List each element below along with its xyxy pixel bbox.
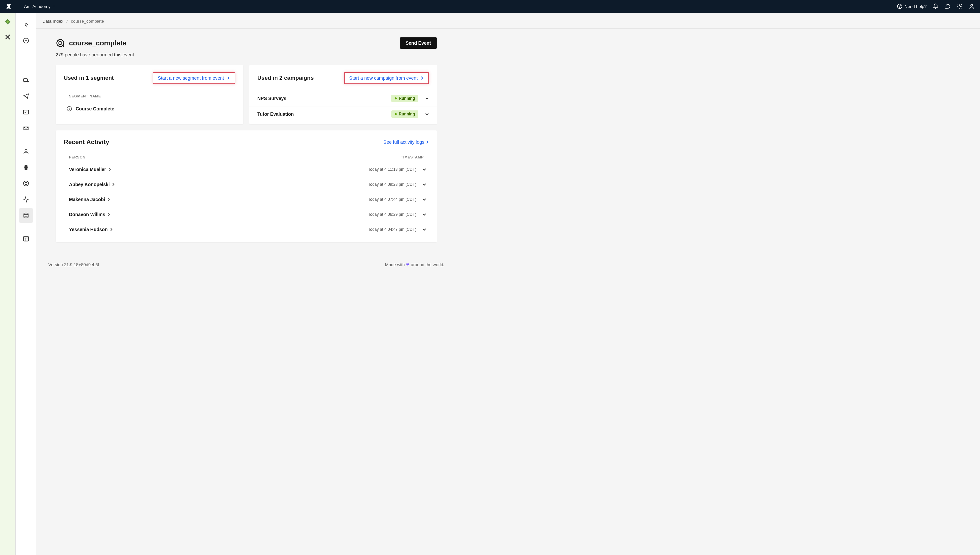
nav-dashboard-icon[interactable] (19, 34, 34, 48)
breadcrumb: Data Index / course_complete (36, 13, 980, 29)
svg-point-4 (23, 38, 28, 43)
svg-point-6 (27, 81, 28, 82)
timestamp: Today at 4:06:29 pm (CDT) (368, 212, 416, 217)
new-campaign-cta[interactable]: Start a new campaign from event (344, 72, 429, 84)
activity-heading: Recent Activity (64, 138, 109, 146)
breadcrumb-sep: / (67, 19, 68, 24)
chevron-down-icon[interactable] (422, 167, 426, 172)
product-other-icon[interactable] (4, 34, 11, 41)
new-segment-cta[interactable]: Start a new segment from event (153, 72, 235, 84)
help-circle-icon (897, 3, 903, 9)
top-header: Ami Academy Need help? (0, 0, 980, 13)
segments-heading: Used in 1 segment (64, 75, 114, 82)
segment-name: Course Complete (76, 106, 114, 111)
campaigns-card: Used in 2 campaigns Start a new campaign… (249, 65, 437, 124)
person-link[interactable]: Makenna Jacobi (69, 197, 368, 202)
person-link[interactable]: Abbey Konopelski (69, 182, 368, 187)
activity-row: Donavon Willms Today at 4:06:29 pm (CDT) (58, 207, 434, 222)
product-switcher-rail (0, 13, 16, 555)
nav-people-icon[interactable] (19, 144, 34, 159)
svg-point-1 (899, 7, 900, 8)
campaigns-heading: Used in 2 campaigns (257, 75, 314, 82)
timestamp: Today at 4:04:47 pm (CDT) (368, 227, 416, 232)
chevron-down-icon[interactable] (422, 228, 426, 231)
breadcrumb-parent[interactable]: Data Index (42, 19, 63, 24)
user-icon[interactable] (969, 3, 975, 9)
chevron-down-icon[interactable] (425, 112, 429, 116)
svg-point-2 (959, 6, 961, 7)
person-link[interactable]: Veronica Mueller (69, 167, 368, 172)
app-logo-icon[interactable] (5, 3, 12, 10)
chevron-right-icon (112, 183, 115, 186)
chevron-updown-icon (52, 5, 56, 8)
nav-expand-icon[interactable] (19, 18, 34, 32)
chevron-down-icon[interactable] (422, 183, 426, 186)
product-cio-icon[interactable] (4, 18, 11, 25)
nav-broadcasts-icon[interactable] (19, 89, 34, 103)
timestamp: Today at 4:07:44 pm (CDT) (368, 197, 416, 202)
col-person: PERSON (69, 155, 401, 159)
chevron-down-icon[interactable] (422, 197, 426, 201)
campaign-name: NPS Surveys (257, 96, 391, 101)
status-badge: Running (391, 95, 418, 102)
activity-row: Veronica Mueller Today at 4:11:13 pm (CD… (58, 162, 434, 177)
nav-journeys-icon[interactable] (19, 73, 34, 87)
need-help-link[interactable]: Need help? (897, 3, 927, 9)
activity-table-header: PERSON TIMESTAMP (58, 152, 434, 162)
svg-point-12 (24, 213, 28, 215)
segment-col-header: SEGMENT NAME (58, 91, 241, 101)
nav-data-index-icon[interactable] (19, 208, 34, 223)
bell-icon[interactable] (933, 3, 938, 9)
chevron-down-icon[interactable] (422, 212, 426, 217)
workspace-name: Ami Academy (24, 4, 50, 9)
gear-icon[interactable] (957, 3, 962, 9)
footer-made-with: Made with ❤ around the world. (385, 262, 444, 267)
svg-point-15 (59, 41, 62, 44)
svg-point-11 (25, 183, 27, 185)
people-performed-link[interactable]: 279 people have performed this event (42, 52, 134, 57)
nav-activity-icon[interactable] (19, 176, 34, 191)
main-nav-rail (16, 13, 36, 555)
main-content: Data Index / course_complete course_comp… (36, 13, 980, 555)
recent-activity-card: Recent Activity See full activity logs P… (56, 130, 437, 242)
header-actions: Need help? (897, 3, 975, 9)
nav-segments-icon[interactable] (19, 160, 34, 175)
see-full-logs-link[interactable]: See full activity logs (383, 140, 429, 145)
chevron-right-icon (107, 198, 110, 201)
timestamp: Today at 4:09:28 pm (CDT) (368, 182, 416, 187)
status-badge: Running (391, 111, 418, 118)
nav-analytics-icon[interactable] (19, 50, 34, 64)
segment-row[interactable]: Course Complete (56, 101, 243, 119)
footer: Version 21.9.18+80d9eb6f Made with ❤ aro… (42, 242, 450, 273)
new-segment-label: Start a new segment from event (158, 75, 224, 81)
activity-row: Abbey Konopelski Today at 4:09:28 pm (CD… (58, 177, 434, 192)
chevron-right-icon (107, 213, 111, 216)
page-header: course_complete Send Event (42, 37, 450, 49)
new-campaign-label: Start a new campaign from event (349, 75, 418, 81)
workspace-switcher[interactable]: Ami Academy (24, 4, 56, 9)
segments-card: Used in 1 segment Start a new segment fr… (56, 65, 243, 124)
heart-icon: ❤ (406, 262, 410, 267)
chevron-right-icon (227, 76, 230, 80)
nav-transactional-icon[interactable] (19, 105, 34, 119)
nav-content-icon[interactable] (19, 231, 34, 246)
nav-pulse-icon[interactable] (19, 192, 34, 207)
campaign-name: Tutor Evaluation (257, 111, 391, 117)
need-help-label: Need help? (905, 4, 927, 9)
chevron-right-icon (426, 140, 429, 144)
page-title: course_complete (69, 39, 127, 47)
person-link[interactable]: Yessenia Hudson (69, 227, 368, 232)
chevron-right-icon (108, 168, 111, 171)
chevron-right-icon (110, 228, 113, 231)
chevron-down-icon[interactable] (425, 96, 429, 100)
person-link[interactable]: Donavon Willms (69, 212, 368, 217)
chat-icon[interactable] (945, 3, 951, 9)
activity-row: Makenna Jacobi Today at 4:07:44 pm (CDT) (58, 192, 434, 207)
nav-deliveries-icon[interactable] (19, 121, 34, 135)
send-event-button[interactable]: Send Event (400, 37, 437, 49)
breadcrumb-current: course_complete (71, 19, 104, 24)
svg-point-9 (25, 149, 27, 151)
campaign-row[interactable]: NPS Surveys Running (249, 91, 437, 106)
campaign-row[interactable]: Tutor Evaluation Running (249, 106, 437, 124)
event-target-icon (56, 38, 65, 48)
